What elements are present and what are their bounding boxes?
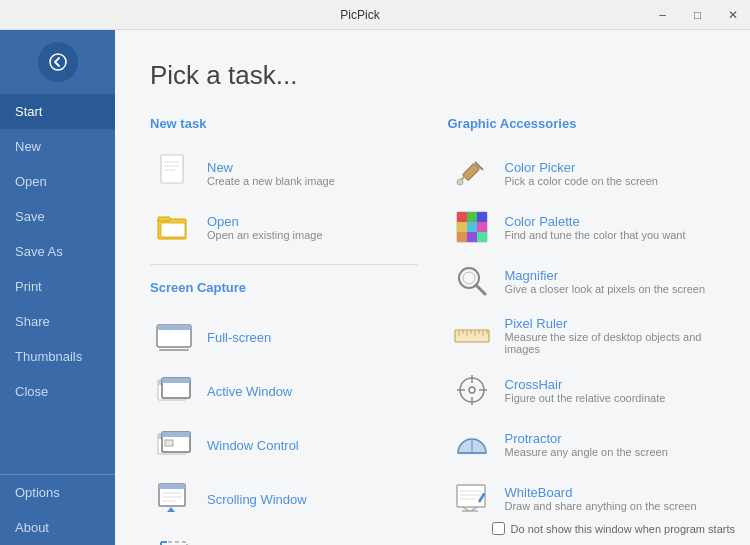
graphic-section-title: Graphic Accessories — [448, 116, 716, 131]
sidebar: Start New Open Save Save As Print Share … — [0, 30, 115, 545]
task-active-window-name: Active Window — [207, 384, 292, 399]
task-crosshair[interactable]: CrossHair Figure out the relative coordi… — [448, 363, 716, 417]
dont-show-checkbox[interactable] — [492, 522, 505, 535]
scrolling-window-icon — [155, 480, 193, 518]
svg-rect-21 — [159, 484, 185, 489]
svg-rect-81 — [457, 485, 485, 507]
footer: Do not show this window when program sta… — [492, 522, 735, 535]
task-region[interactable]: Region — [150, 526, 418, 545]
pixel-ruler-icon — [453, 317, 491, 355]
task-protractor-name: Protractor — [505, 431, 668, 446]
task-open[interactable]: Open Open an existing image — [150, 200, 418, 254]
magnifier-icon — [453, 262, 491, 300]
fullscreen-icon — [155, 318, 193, 356]
titlebar: PicPick – □ ✕ — [0, 0, 750, 30]
window-control-icon — [155, 426, 193, 464]
svg-rect-6 — [158, 217, 170, 221]
svg-point-0 — [50, 54, 66, 70]
sidebar-bottom: Options About — [0, 474, 115, 545]
divider — [150, 264, 418, 265]
crosshair-icon — [453, 371, 491, 409]
task-pixel-ruler-desc: Measure the size of desktop objects and … — [505, 331, 711, 355]
svg-rect-56 — [467, 222, 477, 232]
task-pixel-ruler-name: Pixel Ruler — [505, 316, 711, 331]
task-color-picker[interactable]: Color Picker Pick a color code on the sc… — [448, 146, 716, 200]
titlebar-controls: – □ ✕ — [645, 0, 750, 29]
svg-point-62 — [463, 272, 475, 284]
content-area: Pick a task... New task — [115, 30, 750, 545]
svg-marker-25 — [167, 507, 175, 512]
page-title: Pick a task... — [150, 60, 715, 91]
task-magnifier[interactable]: Magnifier Give a closer look at pixels o… — [448, 254, 716, 308]
svg-line-63 — [476, 285, 485, 294]
task-whiteboard-desc: Draw and share anything on the screen — [505, 500, 697, 512]
back-button[interactable] — [38, 42, 78, 82]
sidebar-item-print[interactable]: Print — [0, 269, 115, 304]
app-body: Start New Open Save Save As Print Share … — [0, 30, 750, 545]
color-palette-icon — [453, 208, 491, 246]
close-button[interactable]: ✕ — [715, 0, 750, 29]
svg-rect-55 — [457, 222, 467, 232]
svg-rect-48 — [462, 164, 479, 181]
new-icon — [155, 154, 193, 192]
task-pixel-ruler[interactable]: Pixel Ruler Measure the size of desktop … — [448, 308, 716, 363]
sidebar-item-about[interactable]: About — [0, 510, 115, 545]
screen-capture-section-title: Screen Capture — [150, 280, 418, 295]
svg-rect-10 — [159, 349, 189, 351]
svg-rect-1 — [161, 155, 183, 183]
task-color-palette-desc: Find and tune the color that you want — [505, 229, 686, 241]
svg-rect-14 — [162, 378, 190, 383]
two-column-layout: New task New Create a new blank image — [150, 116, 715, 545]
task-open-name: Open — [207, 214, 323, 229]
left-column: New task New Create a new blank image — [150, 116, 418, 545]
task-new-desc: Create a new blank image — [207, 175, 335, 187]
sidebar-item-start[interactable]: Start — [0, 94, 115, 129]
color-picker-icon — [453, 154, 491, 192]
task-whiteboard[interactable]: WhiteBoard Draw and share anything on th… — [448, 471, 716, 525]
task-color-palette[interactable]: Color Palette Find and tune the color th… — [448, 200, 716, 254]
sidebar-item-thumbnails[interactable]: Thumbnails — [0, 339, 115, 374]
svg-rect-19 — [165, 440, 173, 446]
protractor-icon — [453, 425, 491, 463]
svg-rect-57 — [477, 222, 487, 232]
maximize-button[interactable]: □ — [680, 0, 715, 29]
sidebar-item-close[interactable]: Close — [0, 374, 115, 409]
task-new-name: New — [207, 160, 335, 175]
new-task-section-title: New task — [150, 116, 418, 131]
task-magnifier-desc: Give a closer look at pixels on the scre… — [505, 283, 706, 295]
right-column: Graphic Accessories Color Picker Pick — [448, 116, 716, 545]
task-fullscreen[interactable]: Full-screen — [150, 310, 418, 364]
task-color-palette-name: Color Palette — [505, 214, 686, 229]
minimize-button[interactable]: – — [645, 0, 680, 29]
svg-point-74 — [469, 387, 475, 393]
sidebar-item-options[interactable]: Options — [0, 475, 115, 510]
svg-rect-60 — [477, 232, 487, 242]
sidebar-item-save[interactable]: Save — [0, 199, 115, 234]
sidebar-item-share[interactable]: Share — [0, 304, 115, 339]
sidebar-item-open[interactable]: Open — [0, 164, 115, 199]
task-window-control[interactable]: Window Control — [150, 418, 418, 472]
sidebar-item-new[interactable]: New — [0, 129, 115, 164]
task-scrolling-window[interactable]: Scrolling Window — [150, 472, 418, 526]
task-protractor-desc: Measure any angle on the screen — [505, 446, 668, 458]
task-fullscreen-name: Full-screen — [207, 330, 271, 345]
task-active-window[interactable]: Active Window — [150, 364, 418, 418]
task-color-picker-desc: Pick a color code on the screen — [505, 175, 658, 187]
svg-rect-58 — [457, 232, 467, 242]
task-protractor[interactable]: Protractor Measure any angle on the scre… — [448, 417, 716, 471]
svg-rect-54 — [477, 212, 487, 222]
task-whiteboard-name: WhiteBoard — [505, 485, 697, 500]
whiteboard-icon — [453, 479, 491, 517]
task-color-picker-name: Color Picker — [505, 160, 658, 175]
region-icon — [155, 534, 193, 545]
task-window-control-name: Window Control — [207, 438, 299, 453]
svg-rect-7 — [161, 223, 185, 237]
task-open-desc: Open an existing image — [207, 229, 323, 241]
task-crosshair-desc: Figure out the relative coordinate — [505, 392, 666, 404]
dont-show-label: Do not show this window when program sta… — [511, 523, 735, 535]
task-new[interactable]: New Create a new blank image — [150, 146, 418, 200]
svg-rect-64 — [455, 330, 489, 342]
task-magnifier-name: Magnifier — [505, 268, 706, 283]
sidebar-item-save-as[interactable]: Save As — [0, 234, 115, 269]
svg-rect-59 — [467, 232, 477, 242]
